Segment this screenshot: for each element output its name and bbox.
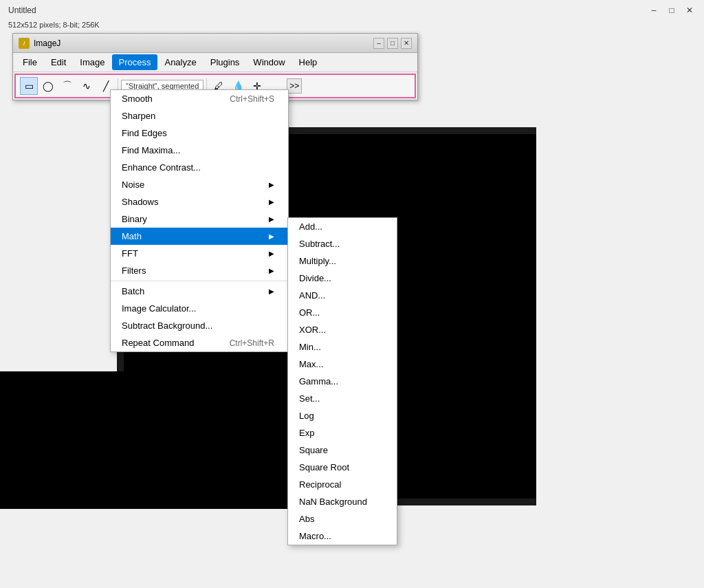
menu-item-image-calculator[interactable]: Image Calculator... xyxy=(111,300,288,317)
imagej-titlebar: I ImageJ – □ ✕ xyxy=(13,34,417,53)
math-submenu: Add... Subtract... Multiply... Divide...… xyxy=(287,217,397,545)
menu-bar: File Edit Image Process Analyze Plugins … xyxy=(13,53,417,72)
math-add[interactable]: Add... xyxy=(288,218,397,235)
math-exp[interactable]: Exp xyxy=(288,424,397,442)
menu-item-enhance-contrast[interactable]: Enhance Contrast... xyxy=(111,159,288,176)
menu-item-subtract-background[interactable]: Subtract Background... xyxy=(111,317,288,334)
menu-item-binary[interactable]: Binary ▶ xyxy=(111,210,288,228)
math-gamma[interactable]: Gamma... xyxy=(288,373,397,390)
os-window-controls: – □ ✕ xyxy=(648,4,696,17)
math-subtract[interactable]: Subtract... xyxy=(288,235,397,252)
math-min[interactable]: Min... xyxy=(288,338,397,356)
math-set[interactable]: Set... xyxy=(288,390,397,407)
fft-submenu-arrow: ▶ xyxy=(269,250,274,257)
menu-image[interactable]: Image xyxy=(73,54,111,70)
math-or[interactable]: OR... xyxy=(288,304,397,321)
menu-item-noise[interactable]: Noise ▶ xyxy=(111,176,288,193)
os-maximize-button[interactable]: □ xyxy=(666,4,678,17)
tool-polygon[interactable]: ⌒ xyxy=(58,77,76,95)
os-titlebar: Untitled – □ ✕ xyxy=(0,0,704,21)
process-dropdown-menu: Smooth Ctrl+Shift+S Sharpen Find Edges F… xyxy=(110,89,289,352)
imagej-maximize-button[interactable]: □ xyxy=(387,38,398,49)
math-log[interactable]: Log xyxy=(288,407,397,424)
os-minimize-button[interactable]: – xyxy=(648,4,660,17)
imagej-window-controls: – □ ✕ xyxy=(373,38,412,49)
math-and[interactable]: AND... xyxy=(288,287,397,304)
binary-submenu-arrow: ▶ xyxy=(269,215,274,223)
imagej-close-button[interactable]: ✕ xyxy=(401,38,412,49)
menu-item-smooth[interactable]: Smooth Ctrl+Shift+S xyxy=(111,90,288,107)
math-abs[interactable]: Abs xyxy=(288,510,397,527)
imagej-title: I ImageJ xyxy=(19,38,60,49)
menu-item-fft[interactable]: FFT ▶ xyxy=(111,245,288,262)
menu-edit[interactable]: Edit xyxy=(44,54,73,70)
imagej-icon: I xyxy=(19,38,30,49)
tool-oval[interactable]: ◯ xyxy=(39,77,57,95)
math-nan-background[interactable]: NaN Background xyxy=(288,493,397,510)
os-title: Untitled xyxy=(8,6,36,15)
os-close-button[interactable]: ✕ xyxy=(683,4,696,17)
menu-item-math[interactable]: Math ▶ xyxy=(111,228,288,245)
shadows-submenu-arrow: ▶ xyxy=(269,198,274,206)
math-square[interactable]: Square xyxy=(288,442,397,459)
tool-more[interactable]: >> xyxy=(287,78,302,94)
math-divide[interactable]: Divide... xyxy=(288,270,397,287)
math-max[interactable]: Max... xyxy=(288,356,397,373)
menu-item-find-maxima[interactable]: Find Maxima... xyxy=(111,142,288,159)
menu-item-repeat-command[interactable]: Repeat Command Ctrl+Shift+R xyxy=(111,334,288,351)
menu-process[interactable]: Process xyxy=(112,54,158,70)
menu-item-sharpen[interactable]: Sharpen xyxy=(111,107,288,124)
filters-submenu-arrow: ▶ xyxy=(269,267,274,274)
imagej-minimize-button[interactable]: – xyxy=(373,38,384,49)
menu-item-batch[interactable]: Batch ▶ xyxy=(111,283,288,300)
math-submenu-arrow: ▶ xyxy=(269,232,274,240)
menu-item-filters[interactable]: Filters ▶ xyxy=(111,262,288,279)
menu-plugins[interactable]: Plugins xyxy=(204,54,247,70)
math-xor[interactable]: XOR... xyxy=(288,321,397,338)
menu-window[interactable]: Window xyxy=(246,54,292,70)
imagej-title-text: ImageJ xyxy=(34,39,60,48)
os-title-text: Untitled xyxy=(8,6,36,15)
math-square-root[interactable]: Square Root xyxy=(288,459,397,476)
menu-separator-1 xyxy=(111,281,288,281)
math-macro[interactable]: Macro... xyxy=(288,527,397,545)
menu-item-find-edges[interactable]: Find Edges xyxy=(111,124,288,142)
noise-submenu-arrow: ▶ xyxy=(269,181,274,188)
menu-help[interactable]: Help xyxy=(292,54,324,70)
math-multiply[interactable]: Multiply... xyxy=(288,252,397,270)
tool-rectangle[interactable]: ▭ xyxy=(20,77,38,95)
menu-file[interactable]: File xyxy=(16,54,44,70)
tool-freehand[interactable]: ∿ xyxy=(78,77,96,95)
menu-analyze[interactable]: Analyze xyxy=(157,54,203,70)
menu-item-shadows[interactable]: Shadows ▶ xyxy=(111,193,288,210)
math-reciprocal[interactable]: Reciprocal xyxy=(288,476,397,493)
batch-submenu-arrow: ▶ xyxy=(269,287,274,295)
os-subtitle: 512x512 pixels; 8-bit; 256K xyxy=(0,21,704,33)
